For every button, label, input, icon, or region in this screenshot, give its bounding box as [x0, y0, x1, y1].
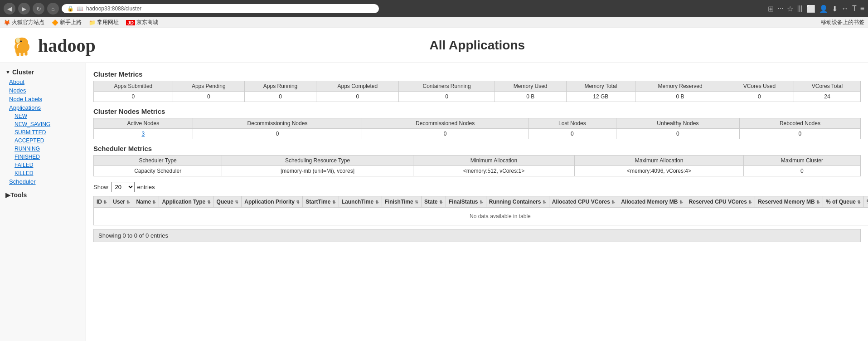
- th-launch-time[interactable]: LaunchTime ⇅: [339, 196, 382, 208]
- no-data-row: No data available in table: [94, 208, 868, 225]
- th-start-time[interactable]: StartTime ⇅: [303, 196, 339, 208]
- col-maximum-allocation: Maximum Allocation: [575, 156, 743, 166]
- sidebar-item-killed[interactable]: KILLED: [0, 169, 86, 177]
- col-decommissioning-nodes: Decommissioning Nodes: [193, 118, 362, 129]
- cluster-nodes-title: Cluster Nodes Metrics: [93, 107, 861, 115]
- sidebar-item-scheduler[interactable]: Scheduler: [0, 177, 86, 186]
- val-maximum-cluster: 0: [743, 166, 860, 176]
- sort-allocatedmem-icon: ⇅: [679, 200, 683, 205]
- sidebar-item-finished[interactable]: FINISHED: [0, 153, 86, 161]
- show-label: Show: [93, 184, 108, 190]
- refresh-button[interactable]: ↻: [33, 3, 44, 15]
- th-running-containers[interactable]: Running Containers ⇅: [486, 196, 549, 208]
- val-decommissioned-nodes: 0: [362, 129, 529, 139]
- page-title-area: All Applications: [96, 38, 859, 53]
- sort-priority-icon: ⇅: [296, 200, 300, 205]
- bookmark-firefox[interactable]: 🦊 火狐官方站点: [4, 19, 44, 26]
- th-reserved-cpu[interactable]: Reserved CPU VCores ⇅: [686, 196, 755, 208]
- sidebar-item-about[interactable]: About: [0, 78, 86, 86]
- sidebar-item-running[interactable]: RUNNING: [0, 145, 86, 153]
- sidebar-item-failed[interactable]: FAILED: [0, 161, 86, 169]
- cluster-metrics-row: 0 0 0 0 0 0 B 12 GB 0 B 0 24: [94, 92, 861, 102]
- col-memory-reserved: Memory Reserved: [635, 81, 725, 92]
- sidebar-item-new-saving[interactable]: NEW_SAVING: [0, 120, 86, 128]
- sidebar-item-new[interactable]: NEW: [0, 112, 86, 120]
- bookmark-newbie[interactable]: 🔶 新手上路: [52, 19, 82, 26]
- sidebar-item-nodes[interactable]: Nodes: [0, 86, 86, 95]
- cluster-nodes-row: 3 0 0 0 0 0: [94, 129, 861, 139]
- star-icon[interactable]: ☆: [787, 5, 793, 13]
- library-icon[interactable]: |||: [797, 5, 802, 13]
- col-scheduler-type: Scheduler Type: [94, 156, 222, 166]
- th-final-status[interactable]: FinalStatus ⇅: [446, 196, 486, 208]
- sidebar-item-node-labels[interactable]: Node Labels: [0, 95, 86, 103]
- entries-select[interactable]: 10 20 50 100: [111, 182, 135, 192]
- account-icon[interactable]: 👤: [819, 5, 828, 13]
- address-bar[interactable]: 🔒 📖 hadoop33:8088/cluster: [62, 4, 379, 13]
- th-id[interactable]: ID ⇅: [94, 196, 110, 208]
- elephant-icon: [9, 32, 36, 59]
- sync-icon[interactable]: ↔: [841, 5, 849, 13]
- url-text: hadoop33:8088/cluster: [86, 5, 141, 12]
- sort-launchtime-icon: ⇅: [375, 200, 379, 205]
- col-unhealthy-nodes: Unhealthy Nodes: [616, 118, 739, 129]
- translate-icon[interactable]: T: [852, 5, 857, 13]
- sort-state-icon: ⇅: [439, 200, 443, 205]
- bookmark-jd[interactable]: JD 京东商城: [126, 19, 158, 26]
- th-queue[interactable]: Queue ⇅: [213, 196, 242, 208]
- sort-apptype-icon: ⇅: [207, 200, 211, 205]
- home-button[interactable]: ⌂: [47, 3, 59, 15]
- th-user[interactable]: User ⇅: [110, 196, 133, 208]
- val-containers-running: 0: [399, 92, 495, 102]
- download-icon[interactable]: ⬇: [832, 5, 838, 13]
- val-maximum-allocation: <memory:4096, vCores:4>: [575, 166, 743, 176]
- val-vcores-used: 0: [725, 92, 794, 102]
- sort-finalstatus-icon: ⇅: [480, 200, 483, 205]
- val-active-nodes[interactable]: 3: [94, 129, 193, 139]
- menu-icon[interactable]: ≡: [860, 5, 864, 13]
- tools-section-header[interactable]: ▶ Tools: [0, 190, 86, 200]
- th-finish-time[interactable]: FinishTime ⇅: [382, 196, 421, 208]
- mobile-bookmarks[interactable]: 移动设备上的书签: [821, 19, 864, 26]
- cluster-arrow-icon: ▼: [5, 69, 10, 75]
- svg-rect-5: [17, 52, 19, 57]
- th-name[interactable]: Name ⇅: [133, 196, 159, 208]
- back-button[interactable]: ◀: [4, 3, 15, 15]
- sidebar-item-applications[interactable]: Applications: [0, 103, 86, 112]
- applications-table: ID ⇅ User ⇅ Name ⇅ Application Type: [93, 196, 868, 225]
- col-rebooted-nodes: Rebooted Nodes: [739, 118, 860, 129]
- bookmark-icon: 📖: [77, 5, 83, 12]
- sort-allocatedcpu-icon: ⇅: [611, 200, 615, 205]
- sidebar-item-submitted[interactable]: SUBMITTED: [0, 128, 86, 136]
- cluster-section-header[interactable]: ▼ Cluster: [0, 67, 86, 78]
- more-icon[interactable]: ···: [777, 5, 783, 13]
- tab-icon[interactable]: ⬜: [806, 5, 815, 13]
- sort-runcontainers-icon: ⇅: [543, 200, 546, 205]
- th-pct-queue[interactable]: % of Queue ⇅: [823, 196, 864, 208]
- forward-button[interactable]: ▶: [18, 3, 30, 15]
- sort-id-icon: ⇅: [103, 200, 107, 205]
- th-allocated-memory[interactable]: Allocated Memory MB ⇅: [618, 196, 686, 208]
- svg-point-3: [16, 38, 20, 43]
- jd-icon: JD: [126, 20, 135, 25]
- th-reserved-memory[interactable]: Reserved Memory MB ⇅: [755, 196, 823, 208]
- th-allocated-cpu[interactable]: Allocated CPU VCores ⇅: [549, 196, 618, 208]
- col-scheduling-resource-type: Scheduling Resource Type: [222, 156, 413, 166]
- page-wrapper: hadoop All Applications ▼ Cluster About …: [0, 28, 868, 341]
- sidebar: ▼ Cluster About Nodes Node Labels Applic…: [0, 63, 86, 341]
- sort-finishtime-icon: ⇅: [415, 200, 418, 205]
- th-application-type[interactable]: Application Type ⇅: [159, 196, 213, 208]
- col-apps-pending: Apps Pending: [173, 81, 244, 92]
- col-vcores-used: VCores Used: [725, 81, 794, 92]
- th-application-priority[interactable]: Application Priority ⇅: [242, 196, 303, 208]
- scheduler-metrics-row: Capacity Scheduler [memory-mb (unit=Mi),…: [94, 166, 861, 176]
- col-apps-completed: Apps Completed: [316, 81, 399, 92]
- security-icon: 🔒: [67, 5, 74, 12]
- th-pct-cluster[interactable]: % of Cluster ⇅: [864, 196, 868, 208]
- bookmarks-bar: 🦊 火狐官方站点 🔶 新手上路 📁 常用网址 JD 京东商城 移动设备上的书签: [0, 17, 868, 28]
- no-data-message: No data available in table: [94, 208, 868, 225]
- th-state[interactable]: State ⇅: [422, 196, 446, 208]
- sidebar-item-accepted[interactable]: ACCEPTED: [0, 136, 86, 145]
- bookmark-common[interactable]: 📁 常用网址: [89, 19, 119, 26]
- extensions-icon[interactable]: ⊞: [768, 5, 774, 13]
